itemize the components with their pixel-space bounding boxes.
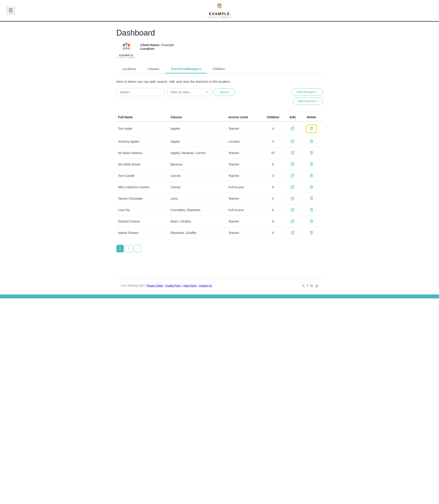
cell-access: Teacher xyxy=(227,216,261,227)
edit-button[interactable] xyxy=(289,139,296,144)
page-button-next[interactable]: › xyxy=(134,245,141,252)
brand-logo xyxy=(215,3,224,12)
search-input[interactable] xyxy=(116,88,165,96)
svg-point-10 xyxy=(125,43,128,45)
cell-classes: Apples xyxy=(169,121,227,136)
cell-children: 0 xyxy=(261,170,285,181)
delete-cell xyxy=(300,121,323,136)
edit-cell xyxy=(285,136,300,147)
delete-cell xyxy=(300,227,323,239)
delete-button[interactable] xyxy=(308,173,315,179)
tabs-nav: Locations Classes Teachers/Managers Chil… xyxy=(116,65,323,73)
delete-button[interactable] xyxy=(308,230,315,236)
edit-cell xyxy=(285,227,300,239)
cell-name: Maisie Flowers xyxy=(116,227,169,239)
cell-access: Teacher xyxy=(227,159,261,170)
edit-button[interactable] xyxy=(289,173,296,179)
cell-name: Richard Colours xyxy=(116,216,169,227)
linkedin-icon[interactable]: in xyxy=(310,284,313,288)
tab-classes[interactable]: Classes xyxy=(142,65,165,73)
cell-access: Full Access xyxy=(227,204,261,216)
cell-name: Tom Apple xyxy=(116,121,169,136)
delete-button[interactable] xyxy=(308,139,315,144)
edit-button[interactable] xyxy=(289,162,296,167)
action-buttons: Add Manager + Add Teacher + xyxy=(292,88,323,105)
table-row: Richard Colours Bears, Giraffes Teacher … xyxy=(116,216,323,227)
col-header-access: Access Level xyxy=(227,113,261,121)
cell-children: 57 xyxy=(261,147,285,159)
cell-children: 4 xyxy=(261,121,285,136)
cell-name: Miss Catherine Carden xyxy=(116,181,169,193)
col-header-classes: Classes xyxy=(169,113,227,121)
tab-children[interactable]: Children xyxy=(207,65,231,73)
tab-locations[interactable]: Locations xyxy=(116,65,142,73)
delete-button[interactable] xyxy=(308,184,315,190)
search-button[interactable]: Search xyxy=(214,88,235,96)
add-manager-button[interactable]: Add Manager + xyxy=(292,88,323,96)
brand: EXAMPLE A GREAT COMPANY xyxy=(208,3,231,18)
edit-button[interactable] xyxy=(289,207,296,213)
table-row: Tamzin Chocolate Lions Teacher 5 xyxy=(116,193,323,204)
cell-children: 8 xyxy=(261,216,285,227)
cell-classes: Carrots xyxy=(169,170,227,181)
add-teacher-button[interactable]: Add Teacher + xyxy=(293,97,323,105)
instagram-icon[interactable]: ◎ xyxy=(315,284,318,288)
edit-button[interactable] xyxy=(289,184,296,190)
hamburger-button[interactable]: ☰ xyxy=(7,7,15,14)
client-name-value: Example xyxy=(161,43,174,47)
bottom-bar xyxy=(0,294,439,298)
client-logo: EXAMPLE A GREAT COMPANY xyxy=(116,42,136,59)
edit-button[interactable] xyxy=(289,126,296,132)
footer: © Arc Pathway 2022 | Privacy Policy | Co… xyxy=(116,279,323,288)
cell-classes: Lions xyxy=(169,193,227,204)
page-button-2[interactable]: 2 xyxy=(125,245,133,252)
table-row: Tom Apple Apples Teacher 4 xyxy=(116,121,323,136)
footer-privacy-link[interactable]: Privacy Policy xyxy=(147,284,163,287)
tab-teachers[interactable]: Teachers/Managers xyxy=(165,65,207,73)
cell-classes: Apples xyxy=(169,136,227,147)
footer-cookie-link[interactable]: Cookie Policy xyxy=(165,284,181,287)
edit-cell xyxy=(285,159,300,170)
cell-children: 6 xyxy=(261,204,285,216)
delete-button[interactable] xyxy=(308,162,315,167)
client-details: Client Name: Example Location: xyxy=(140,42,174,50)
edit-cell xyxy=(285,216,300,227)
cell-access: Teacher xyxy=(227,170,261,181)
search-row: Filter by class... Apples Bananas Carrot… xyxy=(116,88,235,96)
page-button-1[interactable]: 1 xyxy=(116,245,124,252)
cell-classes: Crocodiles, Elephants xyxy=(169,204,227,216)
edit-cell xyxy=(285,170,300,181)
footer-contact-link[interactable]: Contact Us xyxy=(199,284,212,287)
cell-access: Teacher xyxy=(227,121,261,136)
delete-button[interactable] xyxy=(308,207,315,213)
twitter-icon[interactable]: 𝕏 xyxy=(302,284,305,288)
client-info: EXAMPLE A GREAT COMPANY Client Name: Exa… xyxy=(116,42,323,59)
delete-button[interactable] xyxy=(308,126,315,132)
col-header-delete: Delete xyxy=(300,113,323,121)
delete-button[interactable] xyxy=(308,219,315,224)
delete-button[interactable] xyxy=(308,196,315,201)
table-row: Maisie Flowers Elephants, Giraffes Teach… xyxy=(116,227,323,239)
client-name-label: Client Name: xyxy=(140,43,160,47)
footer-data-link[interactable]: Data Policy xyxy=(183,284,197,287)
brand-sub: A GREAT COMPANY xyxy=(208,16,231,18)
edit-button[interactable] xyxy=(289,230,296,236)
table-row: Anthony Apples Apples Location 3 xyxy=(116,136,323,147)
cell-access: Teacher xyxy=(227,193,261,204)
delete-cell xyxy=(300,216,323,227)
edit-button[interactable] xyxy=(289,196,296,201)
page-title: Dashboard xyxy=(116,28,323,37)
cell-name: Mr Adam Ashbury xyxy=(116,147,169,159)
cell-access: Location xyxy=(227,136,261,147)
delete-cell xyxy=(300,181,323,193)
page-description: Here is where you can add, search, edit,… xyxy=(116,80,323,83)
table-row: Tom Candle Carrots Teacher 0 xyxy=(116,170,323,181)
table-row: Lisa City Crocodiles, Elephants Full Acc… xyxy=(116,204,323,216)
edit-button[interactable] xyxy=(289,150,296,156)
delete-button[interactable] xyxy=(308,150,315,156)
filter-class-select[interactable]: Filter by class... Apples Bananas Carrot… xyxy=(167,88,211,96)
edit-button[interactable] xyxy=(289,219,296,224)
cell-classes: Bears, Giraffes xyxy=(169,216,227,227)
edit-cell xyxy=(285,181,300,193)
facebook-icon[interactable]: f xyxy=(307,284,308,288)
